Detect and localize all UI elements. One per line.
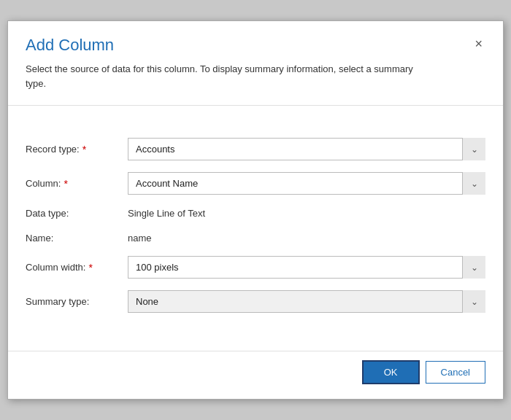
record-type-select[interactable]: Accounts Contacts Leads Opportunities	[128, 138, 485, 160]
column-label: Column: *	[26, 178, 128, 190]
data-type-label: Data type:	[26, 208, 128, 219]
summary-type-select[interactable]: None Sum Average Min Max Count	[128, 290, 485, 313]
name-row: Name: name	[26, 231, 485, 244]
cancel-button[interactable]: Cancel	[426, 361, 485, 384]
dialog-header: Add Column Select the source of data for…	[8, 21, 503, 99]
data-type-row: Data type: Single Line of Text	[26, 206, 485, 219]
column-width-control: 100 pixels 150 pixels 200 pixels 250 pix…	[128, 256, 485, 279]
column-required: *	[64, 178, 67, 190]
summary-type-label: Summary type:	[26, 296, 128, 307]
column-width-select-wrapper: 100 pixels 150 pixels 200 pixels 250 pix…	[128, 256, 485, 279]
dialog-footer: OK Cancel	[8, 351, 503, 399]
column-width-row: Column width: * 100 pixels 150 pixels 20…	[26, 256, 485, 279]
record-type-row: Record type: * Accounts Contacts Leads O…	[26, 138, 485, 160]
column-width-label: Column width: *	[26, 262, 128, 273]
name-label: Name:	[26, 233, 128, 244]
column-row: Column: * Account Name Account Number Em…	[26, 172, 485, 195]
add-column-dialog: Add Column Select the source of data for…	[7, 20, 504, 400]
record-type-required: *	[82, 144, 86, 155]
data-type-value: Single Line of Text	[128, 208, 205, 219]
record-type-select-wrapper: Accounts Contacts Leads Opportunities ⌄	[128, 138, 485, 160]
close-button[interactable]: ×	[472, 37, 485, 50]
column-select-wrapper: Account Name Account Number Email Phone …	[128, 172, 485, 195]
record-type-label: Record type: *	[26, 144, 128, 155]
record-type-control: Accounts Contacts Leads Opportunities ⌄	[128, 138, 485, 160]
name-control: name	[128, 231, 485, 244]
column-width-required: *	[88, 262, 92, 273]
summary-type-row: Summary type: None Sum Average Min Max C…	[26, 290, 485, 313]
name-value: name	[128, 233, 152, 244]
summary-type-control: None Sum Average Min Max Count ⌄	[128, 290, 485, 313]
summary-type-select-wrapper: None Sum Average Min Max Count ⌄	[128, 290, 485, 313]
ok-button[interactable]: OK	[362, 360, 420, 384]
column-control: Account Name Account Number Email Phone …	[128, 172, 485, 195]
header-divider	[8, 105, 503, 106]
dialog-title: Add Column	[26, 36, 472, 55]
dialog-header-content: Add Column Select the source of data for…	[26, 36, 472, 90]
data-type-control: Single Line of Text	[128, 206, 485, 219]
dialog-description: Select the source of data for this colum…	[26, 62, 434, 90]
column-select[interactable]: Account Name Account Number Email Phone	[128, 172, 485, 195]
column-width-select[interactable]: 100 pixels 150 pixels 200 pixels 250 pix…	[128, 256, 485, 279]
dialog-body: Record type: * Accounts Contacts Leads O…	[8, 120, 503, 351]
